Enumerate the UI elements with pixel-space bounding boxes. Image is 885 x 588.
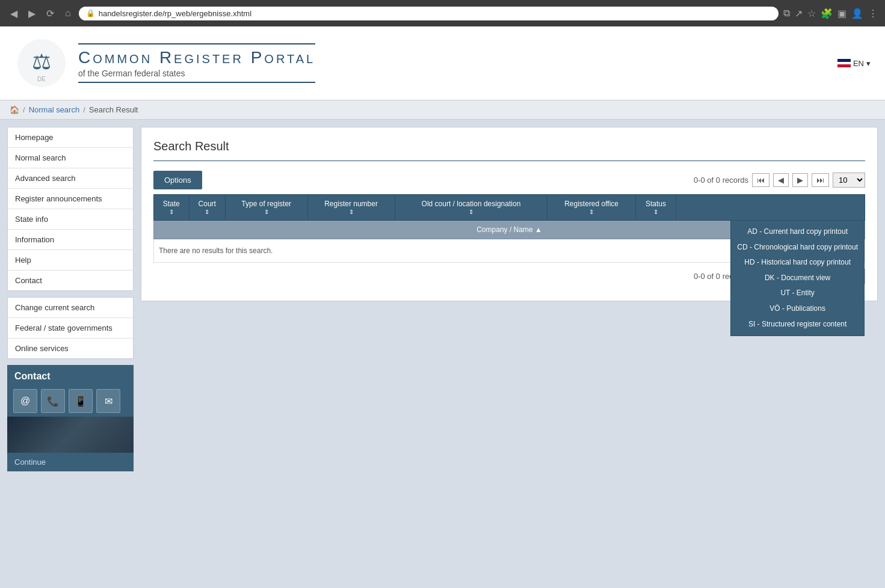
col-court[interactable]: Court ⇕ bbox=[189, 195, 225, 221]
flag-icon bbox=[837, 59, 851, 67]
contact-phone-icon[interactable]: 📞 bbox=[41, 389, 65, 413]
col-state[interactable]: State ⇕ bbox=[154, 195, 190, 221]
dropdown-item-si[interactable]: SI - Structured register content bbox=[737, 317, 858, 332]
browser-actions: ⧉ ↗ ☆ 🧩 ▣ 👤 ⋮ bbox=[783, 8, 878, 19]
page-size-select[interactable]: 10 25 50 100 bbox=[833, 173, 865, 188]
content-area: Search Result Options 0-0 of 0 records ⏮… bbox=[141, 127, 878, 301]
next-page-button[interactable]: ▶ bbox=[792, 173, 808, 187]
main-layout: Homepage Normal search Advanced search R… bbox=[0, 120, 885, 479]
url-text: handelsregister.de/rp_web/ergebnisse.xht… bbox=[99, 9, 251, 18]
contact-image bbox=[7, 417, 134, 453]
options-button[interactable]: Options bbox=[153, 171, 202, 189]
status-sort-arrows: ⇕ bbox=[640, 209, 672, 215]
sidebar-section: Change current search Federal / state go… bbox=[7, 297, 134, 359]
company-col-label: Company / Name ▲ bbox=[476, 225, 542, 234]
home-button[interactable]: ⌂ bbox=[62, 7, 74, 20]
header-logo: ⚖ DE Common Register Portal of the Germa… bbox=[14, 36, 315, 90]
sidebar-item-help[interactable]: Help bbox=[8, 250, 133, 271]
logo-image: ⚖ DE bbox=[14, 36, 69, 90]
court-sort-arrows: ⇕ bbox=[193, 209, 221, 215]
type-sort-arrows: ⇕ bbox=[229, 209, 304, 215]
breadcrumb-sep2: / bbox=[83, 105, 85, 114]
col-register-number[interactable]: Register number ⇕ bbox=[307, 195, 395, 221]
options-dropdown-menu: AD - Current hard copy printout CD - Chr… bbox=[730, 220, 865, 336]
profile-icon[interactable]: 👤 bbox=[851, 8, 863, 19]
state-sort-arrows: ⇕ bbox=[158, 209, 185, 215]
results-table: State ⇕ Court ⇕ Type of register ⇕ Reg bbox=[153, 194, 865, 263]
bookmark-icon[interactable]: ☆ bbox=[807, 8, 816, 19]
reload-button[interactable]: ⟳ bbox=[43, 7, 57, 20]
puzzle-icon[interactable]: 🧩 bbox=[821, 8, 833, 19]
sidebar-item-state-info[interactable]: State info bbox=[8, 209, 133, 230]
dropdown-item-cd[interactable]: CD - Chronological hard copy printout bbox=[737, 240, 858, 256]
sidebar-item-online-services[interactable]: Online services bbox=[8, 338, 133, 358]
dropdown-item-ut[interactable]: UT - Entity bbox=[737, 286, 858, 301]
share-icon[interactable]: ↗ bbox=[795, 8, 803, 19]
breadcrumb: 🏠 / Normal search / Search Result bbox=[0, 100, 885, 120]
sidebar-nav: Homepage Normal search Advanced search R… bbox=[7, 127, 134, 291]
language-label: EN bbox=[853, 59, 864, 68]
reg-office-sort-arrows: ⇕ bbox=[551, 209, 632, 215]
first-page-button[interactable]: ⏮ bbox=[752, 173, 769, 187]
dropdown-item-hd[interactable]: HD - Historical hard copy printout bbox=[737, 255, 858, 271]
top-toolbar-row: Options 0-0 of 0 records ⏮ ◀ ▶ ⏭ 10 25 5… bbox=[153, 171, 865, 189]
contact-continue-link[interactable]: Continue bbox=[7, 453, 134, 471]
old-court-sort-arrows: ⇕ bbox=[399, 209, 544, 215]
forward-button[interactable]: ▶ bbox=[25, 7, 39, 20]
svg-text:DE: DE bbox=[37, 76, 46, 82]
svg-text:⚖: ⚖ bbox=[32, 49, 51, 74]
contact-box-title: Contact bbox=[7, 365, 134, 385]
site-header: ⚖ DE Common Register Portal of the Germa… bbox=[0, 26, 885, 100]
contact-box: Contact @ 📞 📱 ✉ Continue bbox=[7, 365, 134, 471]
contact-mail-icon[interactable]: ✉ bbox=[96, 389, 120, 413]
sidebar-item-information[interactable]: Information bbox=[8, 230, 133, 250]
site-title: Common Register Portal bbox=[78, 48, 315, 67]
col-options-dropdown: AD - Current hard copy printout CD - Chr… bbox=[676, 195, 865, 221]
page-wrapper: ⚖ DE Common Register Portal of the Germa… bbox=[0, 26, 885, 588]
reg-num-sort-arrows: ⇕ bbox=[312, 209, 391, 215]
sidebar: Homepage Normal search Advanced search R… bbox=[7, 127, 134, 471]
col-type-of-register[interactable]: Type of register ⇕ bbox=[225, 195, 307, 221]
contact-mobile-icon[interactable]: 📱 bbox=[69, 389, 93, 413]
sidebar-item-contact[interactable]: Contact bbox=[8, 271, 133, 290]
lock-icon: 🔒 bbox=[86, 9, 95, 17]
address-bar[interactable]: 🔒 handelsregister.de/rp_web/ergebnisse.x… bbox=[79, 7, 779, 20]
title-divider bbox=[153, 161, 865, 161]
breadcrumb-sep1: / bbox=[23, 105, 25, 114]
site-subtitle: of the German federal states bbox=[78, 69, 315, 78]
breadcrumb-normal-search-link[interactable]: Normal search bbox=[29, 105, 80, 114]
contact-email-icon[interactable]: @ bbox=[13, 389, 37, 413]
sidebar-item-change-search[interactable]: Change current search bbox=[8, 298, 133, 318]
window-icon[interactable]: ▣ bbox=[837, 8, 846, 19]
sidebar-item-advanced-search[interactable]: Advanced search bbox=[8, 168, 133, 189]
contact-icons: @ 📞 📱 ✉ bbox=[7, 385, 134, 417]
prev-page-button[interactable]: ◀ bbox=[773, 173, 789, 187]
sidebar-item-federal-state[interactable]: Federal / state governments bbox=[8, 318, 133, 338]
language-selector[interactable]: EN ▾ bbox=[837, 59, 871, 68]
breadcrumb-current: Search Result bbox=[89, 105, 138, 114]
breadcrumb-home-link[interactable]: 🏠 bbox=[10, 105, 19, 114]
browser-chrome: ◀ ▶ ⟳ ⌂ 🔒 handelsregister.de/rp_web/erge… bbox=[0, 0, 885, 26]
logo-text: Common Register Portal of the German fed… bbox=[78, 43, 315, 83]
col-registered-office[interactable]: Registered office ⇕ bbox=[547, 195, 636, 221]
top-pagination-info: 0-0 of 0 records bbox=[694, 176, 748, 185]
last-page-button[interactable]: ⏭ bbox=[812, 173, 829, 187]
dropdown-item-ad[interactable]: AD - Current hard copy printout bbox=[737, 224, 858, 240]
dropdown-item-vo[interactable]: VÖ - Publications bbox=[737, 301, 858, 317]
back-button[interactable]: ◀ bbox=[7, 7, 20, 20]
menu-icon[interactable]: ⋮ bbox=[868, 8, 878, 19]
dropdown-item-dk[interactable]: DK - Document view bbox=[737, 271, 858, 286]
sidebar-item-register-announcements[interactable]: Register announcements bbox=[8, 189, 133, 209]
col-status[interactable]: Status ⇕ bbox=[635, 195, 676, 221]
top-pagination: 0-0 of 0 records ⏮ ◀ ▶ ⏭ 10 25 50 100 bbox=[694, 173, 865, 188]
sidebar-item-normal-search[interactable]: Normal search bbox=[8, 148, 133, 168]
extensions-icon[interactable]: ⧉ bbox=[783, 8, 790, 19]
chevron-down-icon: ▾ bbox=[866, 59, 871, 68]
col-old-court[interactable]: Old court / location designation ⇕ bbox=[395, 195, 547, 221]
sidebar-item-homepage[interactable]: Homepage bbox=[8, 127, 133, 148]
page-title: Search Result bbox=[153, 139, 865, 153]
